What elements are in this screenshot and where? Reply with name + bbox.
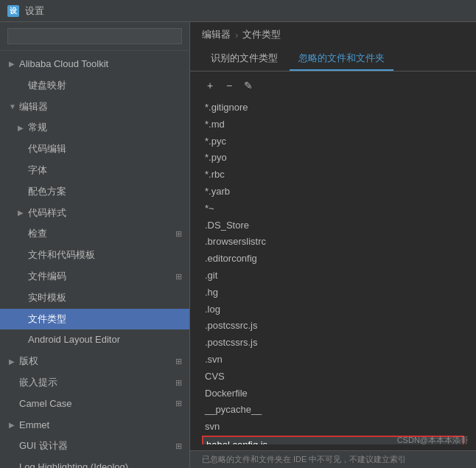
file-item-pyo[interactable]: *.pyo — [202, 150, 464, 167]
title-bar-text: 设置 — [25, 4, 44, 18]
sidebar-item-label: 代码编辑 — [28, 142, 66, 157]
file-item-gitignore[interactable]: *.gitignore — [202, 99, 464, 116]
sidebar-item-copyright[interactable]: 版权⊞ — [0, 351, 189, 372]
sidebar-item-label: 字体 — [28, 163, 47, 178]
sidebar-item-general[interactable]: 常规 — [0, 117, 189, 139]
file-item-rbc[interactable]: *.rbc — [202, 167, 464, 184]
sidebar-item-font[interactable]: 字体 — [0, 160, 189, 181]
file-item-hg[interactable]: .hg — [202, 284, 464, 301]
search-box[interactable] — [0, 22, 189, 51]
content-area: 编辑器 › 文件类型 识别的文件类型 忽略的文件和文件夹 + − ✎ *.git… — [190, 22, 476, 468]
arrow-icon — [18, 207, 27, 219]
sidebar-item-code-edit[interactable]: 代码编辑 — [0, 139, 189, 160]
file-item-dockerfile[interactable]: Dockerfile — [202, 385, 464, 402]
sidebar-item-label: 检查 — [28, 226, 47, 242]
file-item-postcssrs-js[interactable]: .postcssrs.js — [202, 335, 464, 352]
badge-icon: ⊞ — [175, 355, 182, 369]
file-item-svn2[interactable]: svn — [202, 419, 464, 436]
badge-icon: ⊞ — [175, 377, 182, 390]
badge-icon: ⊞ — [175, 270, 182, 284]
badge-icon: ⊞ — [175, 397, 182, 411]
sidebar-item-label: 实时模板 — [28, 290, 66, 306]
sidebar-item-color-scheme[interactable]: 配色方案 — [0, 181, 189, 203]
sidebar-item-log-highlighting[interactable]: Log Highlighting (Ideolog) — [0, 457, 189, 468]
sidebar-item-editor[interactable]: 编辑器 — [0, 97, 189, 118]
sidebar-item-alibaba-cloud-toolkit[interactable]: Alibaba Cloud Toolkit — [0, 54, 189, 75]
search-input[interactable] — [7, 28, 182, 44]
sidebar: Alibaba Cloud Toolkit键盘映射编辑器常规代码编辑字体配色方案… — [0, 22, 190, 468]
main-layout: Alibaba Cloud Toolkit键盘映射编辑器常规代码编辑字体配色方案… — [0, 22, 476, 468]
sidebar-item-inspect[interactable]: 检查⊞ — [0, 223, 189, 245]
watermark: CSDN@本本本添哥 — [397, 435, 469, 446]
sidebar-item-label: 代码样式 — [28, 206, 66, 221]
toolbar: + − ✎ — [202, 77, 464, 94]
file-area: + − ✎ *.gitignore*.md*.pyc*.pyo*.rbc*.ya… — [190, 71, 476, 450]
sidebar-item-label: 常规 — [28, 120, 47, 136]
file-item-svn[interactable]: .svn — [202, 352, 464, 369]
sidebar-item-camel-case[interactable]: Camel Case⊞ — [0, 394, 189, 415]
breadcrumb-part-0: 编辑器 — [202, 28, 231, 41]
file-item-browserslistrc[interactable]: .browserslistrc — [202, 234, 464, 251]
arrow-icon — [9, 356, 18, 368]
file-item-yarb[interactable]: *.yarb — [202, 184, 464, 200]
file-item-postcssrc-js[interactable]: .postcssrc.js — [202, 318, 464, 335]
title-bar: 设 设置 — [0, 0, 476, 22]
sidebar-item-label: 文件类型 — [28, 312, 66, 327]
sidebar-item-realtime-template[interactable]: 实时模板 — [0, 287, 189, 309]
sidebar-item-emmet[interactable]: Emmet — [0, 415, 189, 436]
arrow-icon — [9, 419, 18, 431]
sidebar-item-code-style[interactable]: 代码样式 — [0, 203, 189, 224]
badge-icon: ⊞ — [175, 440, 182, 453]
sidebar-item-label: 配色方案 — [28, 184, 66, 200]
breadcrumb-part-1: 文件类型 — [242, 28, 281, 41]
sidebar-item-keyboard-mapping[interactable]: 键盘映射 — [0, 75, 189, 97]
sidebar-item-gui-designer[interactable]: GUI 设计器⊞ — [0, 436, 189, 457]
app-icon: 设 — [7, 5, 19, 17]
sidebar-item-label: 嵌入提示 — [19, 375, 57, 391]
sidebar-item-label: 文件编码 — [28, 269, 66, 284]
sidebar-item-label: Log Highlighting (Ideolog) — [19, 460, 128, 468]
sidebar-item-file-encoding[interactable]: 文件编码⊞ — [0, 266, 189, 287]
remove-button[interactable]: − — [221, 77, 237, 94]
file-item-tilde[interactable]: *~ — [202, 200, 464, 217]
sidebar-item-file-type[interactable]: 文件类型 — [0, 309, 189, 330]
file-list: *.gitignore*.md*.pyc*.pyo*.rbc*.yarb*~.D… — [202, 99, 464, 444]
file-item-log[interactable]: .log — [202, 301, 464, 318]
sidebar-item-label: Camel Case — [19, 397, 72, 412]
badge-icon: ⊞ — [175, 228, 182, 241]
sidebar-list: Alibaba Cloud Toolkit键盘映射编辑器常规代码编辑字体配色方案… — [0, 51, 189, 468]
sidebar-item-label: Alibaba Cloud Toolkit — [19, 57, 108, 72]
status-bar: 已忽略的文件和文件夹在 IDE 中不可见，不建议建立索引 — [190, 450, 476, 468]
add-button[interactable]: + — [202, 77, 218, 94]
file-item-cvs[interactable]: CVS — [202, 369, 464, 385]
sidebar-item-label: Android Layout Editor — [28, 332, 120, 348]
file-item-pycache[interactable]: __pycache__ — [202, 402, 464, 419]
sidebar-item-label: 版权 — [19, 354, 38, 369]
arrow-icon — [9, 101, 18, 113]
sidebar-item-label: 键盘映射 — [28, 78, 66, 94]
sidebar-item-file-code-template[interactable]: 文件和代码模板 — [0, 245, 189, 266]
file-item-editorconfig[interactable]: .editorconfig — [202, 251, 464, 268]
sidebar-item-label: 编辑器 — [19, 99, 48, 115]
file-item-ds-store[interactable]: .DS_Store — [202, 217, 464, 234]
sidebar-item-embed-prompt[interactable]: 嵌入提示⊞ — [0, 372, 189, 394]
sidebar-item-label: 文件和代码模板 — [28, 248, 95, 263]
breadcrumb: 编辑器 › 文件类型 — [190, 22, 476, 47]
sidebar-item-label: Emmet — [19, 418, 49, 433]
sidebar-item-label: GUI 设计器 — [19, 439, 68, 454]
file-item-pyc[interactable]: *.pyc — [202, 133, 464, 150]
breadcrumb-separator: › — [235, 29, 238, 41]
arrow-icon — [9, 58, 18, 70]
arrow-icon — [18, 122, 27, 134]
file-item-git[interactable]: .git — [202, 268, 464, 284]
tab-recognized[interactable]: 识别的文件类型 — [202, 47, 287, 71]
status-text: 已忽略的文件和文件夹在 IDE 中不可见，不建议建立索引 — [202, 455, 406, 464]
tab-ignored[interactable]: 忽略的文件和文件夹 — [290, 47, 393, 71]
edit-button[interactable]: ✎ — [240, 77, 256, 94]
tabs: 识别的文件类型 忽略的文件和文件夹 — [190, 47, 476, 71]
sidebar-item-android-layout-editor[interactable]: Android Layout Editor — [0, 329, 189, 351]
file-item-md[interactable]: *.md — [202, 116, 464, 133]
